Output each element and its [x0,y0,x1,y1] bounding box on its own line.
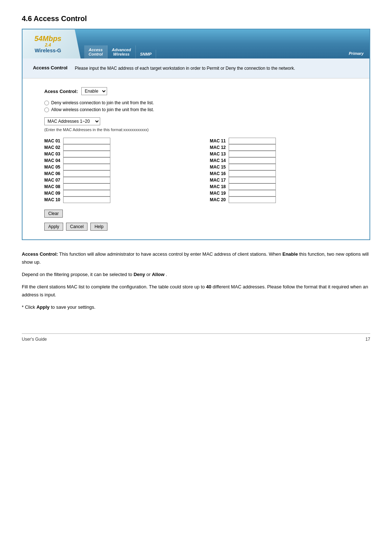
cancel-button[interactable]: Cancel [66,223,87,231]
footer-left: User's Guide [22,337,47,342]
mac-input-07[interactable] [63,177,110,183]
mac-row-17: MAC 17 [210,177,361,183]
mac-input-19[interactable] [229,190,276,197]
mac-label-10: MAC 10 [44,197,62,202]
desc-text-2b: or [146,272,152,277]
description-para1: Access Control: This function will allow… [22,250,370,266]
mac-input-16[interactable] [229,170,276,177]
mac-row-04: MAC 04 [44,157,195,164]
mac-col-left: MAC 01 MAC 02 MAC 03 MAC 04 [44,138,195,203]
mac-input-14[interactable] [229,157,276,164]
logo-ghz: 2.4 [45,42,51,48]
tab-access-control-line2: Control [89,52,103,56]
mac-row-14: MAC 14 [210,157,361,164]
logo-name: Wireless-G [34,48,61,53]
desc-bold-enable: Enable [282,251,298,257]
mac-row-15: MAC 15 [210,164,361,170]
mac-row-08: MAC 08 [44,183,195,190]
mac-row-13: MAC 13 [210,151,361,157]
tab-advanced-wireless[interactable]: Advanced Wireless [107,45,136,58]
tab-snmp[interactable]: SNMP [136,50,156,58]
logo-speed: 54Mbps [34,35,61,42]
mac-row-02: MAC 02 [44,144,195,151]
mac-label-04: MAC 04 [44,158,62,163]
mac-grid: MAC 01 MAC 02 MAC 03 MAC 04 [44,138,361,203]
mac-input-12[interactable] [229,144,276,151]
mac-label-17: MAC 17 [210,178,227,183]
description-para2: Depend on the filtering propose, it can … [22,271,370,279]
help-button[interactable]: Help [90,223,107,231]
desc-text-1: This function will allow administrator t… [59,251,282,257]
section-title: 4.6 Access Control [22,15,370,23]
desc-text-4b: to save your settings. [51,304,95,310]
mac-label-14: MAC 14 [210,158,227,163]
mac-input-09[interactable] [63,190,110,197]
router-content: Access Control Please input the MAC addr… [23,58,369,239]
logo-area: 54Mbps 2.4 Wireless-G [23,29,81,58]
enable-select[interactable]: Enable Disable [81,87,107,95]
radio-allow-input[interactable] [44,108,49,112]
mac-label-16: MAC 16 [210,171,227,176]
mac-input-08[interactable] [63,183,110,190]
mac-col-right: MAC 11 MAC 12 MAC 13 MAC 14 [210,138,361,203]
tab-access-control[interactable]: Access Control [84,45,107,58]
footer-bar: User's Guide 17 [22,333,370,342]
apply-button[interactable]: Apply [44,223,63,231]
description-para3: Fill the client stations MAC list to com… [22,283,370,299]
nav-primary-label: Primary [343,49,369,58]
nav-tabs: Access Control Advanced Wireless SNMP Pr… [81,29,369,58]
desc-text-3a: Fill the client stations MAC list to com… [22,284,206,289]
mac-range-select[interactable]: MAC Addresses 1~20 MAC Addresses 21~40 [44,117,100,125]
mac-label-02: MAC 02 [44,145,62,150]
router-ui-box: 54Mbps 2.4 Wireless-G Access Control Adv… [22,29,370,240]
mac-input-04[interactable] [63,157,110,164]
desc-bold-deny: Deny [134,272,145,277]
tab-advanced-wireless-line1: Advanced [112,48,131,52]
mac-input-13[interactable] [229,151,276,157]
mac-label-13: MAC 13 [210,151,227,157]
mac-input-10[interactable] [63,197,110,203]
mac-input-15[interactable] [229,164,276,170]
action-row: Apply Cancel Help [44,223,361,231]
mac-label-11: MAC 11 [210,138,227,143]
mac-row-09: MAC 09 [44,190,195,197]
desc-text-2a: Depend on the filtering propose, it can … [22,272,134,277]
mac-row-19: MAC 19 [210,190,361,197]
mac-row-12: MAC 12 [210,144,361,151]
mac-input-11[interactable] [229,138,276,144]
radio-deny: Deny wireless connection to join the uni… [44,100,361,105]
mac-input-03[interactable] [63,151,110,157]
mac-label-19: MAC 19 [210,191,227,196]
mac-label-08: MAC 08 [44,184,62,189]
mac-label-03: MAC 03 [44,151,62,157]
mac-input-06[interactable] [63,170,110,177]
mac-input-20[interactable] [229,197,276,203]
mac-row-05: MAC 05 [44,164,195,170]
desc-text-4a: * Click [22,304,36,310]
mac-input-01[interactable] [63,138,110,144]
mac-row-01: MAC 01 [44,138,195,144]
tab-advanced-wireless-line2: Wireless [112,52,131,56]
radio-allow: Allow wireless connection to join the un… [44,107,361,112]
mac-input-17[interactable] [229,177,276,183]
radio-group: Deny wireless connection to join the uni… [44,100,361,112]
description-para4: * Click Apply to save your settings. [22,303,370,311]
mac-input-05[interactable] [63,164,110,170]
clear-button[interactable]: Clear [44,210,63,218]
mac-row-11: MAC 11 [210,138,361,144]
tab-access-control-line1: Access [89,48,103,52]
radio-deny-input[interactable] [44,101,49,105]
mac-label-18: MAC 18 [210,184,227,189]
mac-format-note: (Enter the MAC Addresses in the this for… [44,127,361,132]
mac-row-16: MAC 16 [210,170,361,177]
access-control-row: Acess Control: Enable Disable [44,87,361,95]
mac-label-15: MAC 15 [210,165,227,170]
mac-label-06: MAC 06 [44,171,62,176]
desc-bold-apply: Apply [36,304,49,310]
mac-input-02[interactable] [63,144,110,151]
mac-row-06: MAC 06 [44,170,195,177]
form-body: Acess Control: Enable Disable Deny wirel… [23,78,369,239]
radio-deny-label: Deny wireless connection to join the uni… [51,100,154,105]
mac-input-18[interactable] [229,183,276,190]
intro-text: Please input the MAC address of each tar… [75,65,295,72]
